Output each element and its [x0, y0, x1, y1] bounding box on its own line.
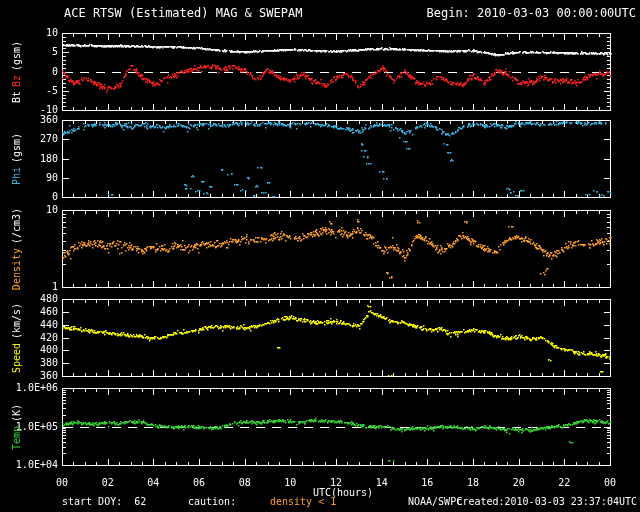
y-axis-label-part: Density [11, 247, 22, 289]
y-axis-label-phi: Phi(gsm) [2, 120, 30, 197]
plot-title: ACE RTSW (Estimated) MAG & SWEPAM [64, 6, 302, 20]
x-tick-label: 20 [506, 477, 532, 488]
y-axis-label-part: (km/s) [11, 302, 22, 338]
y-axis-label-part: (gsm) [11, 132, 22, 162]
y-axis-label-part: Speed [11, 343, 22, 373]
ace-rtsw-plot: ACE RTSW (Estimated) MAG & SWEPAM Begin:… [0, 0, 640, 512]
footer-start-doy: start DOY: 62 [62, 496, 146, 507]
x-tick-label: 18 [460, 477, 486, 488]
x-tick-label: 06 [186, 477, 212, 488]
y-axis-label-part: Temp [11, 425, 22, 449]
x-tick-label: 04 [140, 477, 166, 488]
plot-begin-timestamp: Begin: 2010-03-03 00:00:00UTC [426, 6, 636, 20]
y-axis-label-part: (gsm) [11, 40, 22, 70]
x-tick-label: 16 [414, 477, 440, 488]
footer-created-timestamp: created:2010-03-03 23:37:04UTC [456, 496, 637, 507]
x-tick-label: 00 [597, 477, 623, 488]
footer-caution-label: caution: [188, 496, 236, 507]
x-tick-label: 12 [323, 477, 349, 488]
y-axis-label-part: (K) [11, 403, 22, 421]
x-tick-label: 22 [551, 477, 577, 488]
plot-canvas [0, 0, 640, 512]
x-tick-label: 14 [369, 477, 395, 488]
y-axis-label-part: (/cm3) [11, 207, 22, 243]
y-axis-label-part: Bt [11, 91, 22, 103]
footer-caution-value: density < 1 [270, 496, 336, 507]
x-tick-label: 02 [95, 477, 121, 488]
y-axis-label-part: Bz [11, 75, 22, 87]
y-axis-label-speed: Speed(km/s) [2, 299, 30, 376]
x-tick-label: 10 [277, 477, 303, 488]
x-tick-label: 08 [232, 477, 258, 488]
y-axis-label-part: Phi [11, 167, 22, 185]
footer-agency: NOAA/SWPC [408, 496, 462, 507]
y-axis-label-mag: BtBz(gsm) [2, 33, 30, 110]
y-axis-label-density: Density(/cm3) [2, 210, 30, 287]
x-tick-label: 00 [49, 477, 75, 488]
y-axis-label-temp: Temp(K) [2, 388, 30, 465]
